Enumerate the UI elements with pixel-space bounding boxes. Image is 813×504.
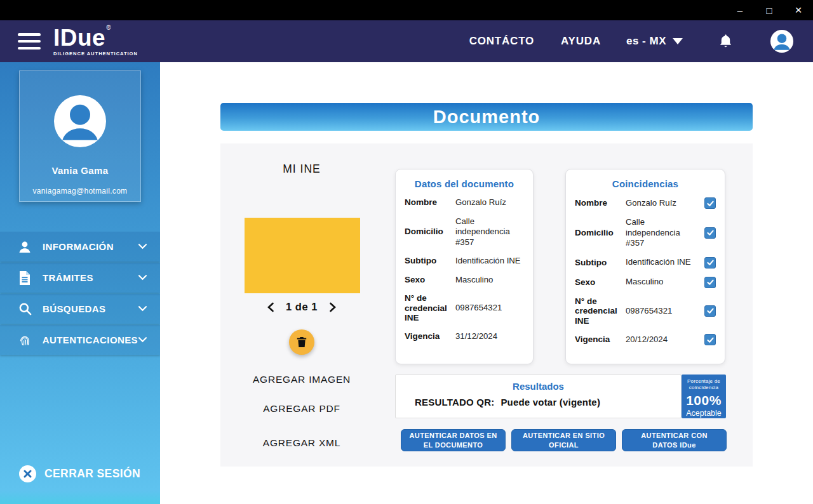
sidebar-item-informacion[interactable]: INFORMACIÓN xyxy=(0,232,160,262)
qr-result: RESULTADO QR: Puede votar (vigente) xyxy=(415,397,681,408)
user-icon xyxy=(15,239,34,255)
chevron-down-icon xyxy=(138,243,147,250)
document-panel: MI INE 1 de 1 AGREGAR IM xyxy=(220,143,753,467)
add-pdf-button[interactable]: AGREGAR PDF xyxy=(229,403,375,414)
add-image-button[interactable]: AGREGAR IMAGEN xyxy=(229,374,375,385)
matches-card: Coincidencias Nombre Gonzalo Ruíz Domici… xyxy=(565,169,725,364)
language-selector[interactable]: es - MX xyxy=(626,35,683,48)
page-indicator: 1 de 1 xyxy=(286,301,318,313)
add-xml-button[interactable]: AGREGAR XML xyxy=(229,437,375,449)
document-image-preview[interactable] xyxy=(245,218,360,293)
field-value: Calle independencia #357 xyxy=(455,216,524,248)
nav-contacto[interactable]: CONTÁCTO xyxy=(469,35,534,48)
card-title: Coincidencias xyxy=(575,178,716,189)
sidebar-item-autenticaciones[interactable]: AUTENTICACIONES xyxy=(0,325,160,355)
field-label: Nombre xyxy=(575,198,621,208)
field-row: Sexo Masculino xyxy=(405,275,524,286)
match-checkbox-checked[interactable] xyxy=(704,277,716,288)
field-value: 0987654321 xyxy=(455,303,524,314)
field-row: Subtipo Identificación INE xyxy=(405,256,524,267)
field-label: Domicilio xyxy=(575,228,621,238)
trash-icon xyxy=(297,336,307,348)
sidebar-item-label: BÚSQUEDAS xyxy=(43,303,105,314)
header-nav: CONTÁCTO AYUDA es - MX xyxy=(443,29,794,53)
avatar xyxy=(54,95,106,150)
field-value: 0987654321 xyxy=(626,306,701,317)
window-titlebar: – □ × xyxy=(0,0,813,20)
badge-status: Aceptable xyxy=(682,409,726,418)
match-percentage-badge: Porcentaje de coincidencia 100% Aceptabl… xyxy=(682,375,726,418)
registered-mark: ® xyxy=(106,25,111,31)
maximize-icon[interactable]: □ xyxy=(755,0,784,20)
field-value: Calle independencia #357 xyxy=(626,217,701,249)
match-checkbox-checked[interactable] xyxy=(704,257,716,269)
brand-name: IDue xyxy=(53,26,105,50)
fingerprint-icon xyxy=(15,333,34,347)
minimize-icon[interactable]: – xyxy=(725,0,755,20)
match-checkbox-checked[interactable] xyxy=(704,305,716,317)
field-row: Subtipo Identificación INE xyxy=(575,257,716,269)
profile-card: Vania Gama vaniagamag@hotmail.com xyxy=(19,70,141,202)
field-label: Vigencia xyxy=(575,335,621,345)
sidebar: Vania Gama vaniagamag@hotmail.com INFORM… xyxy=(0,62,160,504)
logout-button[interactable]: CERRAR SESIÓN xyxy=(19,465,140,482)
field-row: Nombre Gonzalo Ruíz xyxy=(405,197,524,208)
field-label: Subtipo xyxy=(575,258,621,268)
field-label: Sexo xyxy=(575,277,621,288)
match-checkbox-checked[interactable] xyxy=(704,197,716,209)
field-value: Gonzalo Ruíz xyxy=(455,197,524,208)
sidebar-item-label: TRÁMITES xyxy=(43,272,93,283)
field-value: Masculino xyxy=(626,277,701,288)
main-content: Documento MI INE 1 de 1 xyxy=(160,62,813,504)
badge-percent: 100% xyxy=(682,393,726,408)
avatar xyxy=(770,29,794,53)
authenticate-official-site-button[interactable]: AUTENTICAR EN SITIO OFICIAL xyxy=(511,429,616,451)
brand-tagline: DILIGENCE AUTHENTICATION xyxy=(53,51,138,56)
field-label: Vigencia xyxy=(405,331,450,342)
field-value: Identificación INE xyxy=(455,256,524,267)
chevron-down-icon xyxy=(673,38,683,44)
close-circle-icon xyxy=(19,465,36,482)
field-label: Sexo xyxy=(405,275,450,285)
delete-document-button[interactable] xyxy=(289,329,314,355)
language-value: es - MX xyxy=(626,35,666,48)
field-label: Domicilio xyxy=(405,227,450,237)
nav-ayuda[interactable]: AYUDA xyxy=(561,35,601,48)
badge-caption: Porcentaje de coincidencia xyxy=(682,378,726,392)
logout-label: CERRAR SESIÓN xyxy=(44,467,140,481)
profile-avatar-button[interactable] xyxy=(770,29,794,53)
field-label: N° de credencial INE xyxy=(405,293,450,323)
authenticate-document-data-button[interactable]: AUTENTICAR DATOS EN EL DOCUMENTO xyxy=(401,429,506,451)
qr-result-label: RESULTADO QR: xyxy=(415,397,494,408)
sidebar-item-busquedas[interactable]: BÚSQUEDAS xyxy=(0,294,160,324)
field-row: Domicilio Calle independencia #357 xyxy=(405,216,524,248)
document-icon xyxy=(15,270,34,286)
profile-name: Vania Gama xyxy=(20,165,140,176)
notifications-bell-icon[interactable] xyxy=(718,34,733,50)
brand-logo[interactable]: IDue ® DILIGENCE AUTHENTICATION xyxy=(53,26,138,56)
field-value: 20/12/2024 xyxy=(626,335,701,345)
profile-email: vaniagamag@hotmail.com xyxy=(20,187,140,196)
field-row: Domicilio Calle independencia #357 xyxy=(575,217,716,249)
field-value: 31/12/2024 xyxy=(455,331,524,342)
sidebar-item-label: INFORMACIÓN xyxy=(43,241,114,252)
match-checkbox-checked[interactable] xyxy=(704,334,716,345)
card-title: Datos del documento xyxy=(405,178,524,189)
next-page-button[interactable] xyxy=(329,302,337,312)
menu-icon[interactable] xyxy=(18,33,41,50)
document-name-label: MI INE xyxy=(241,162,362,176)
field-row: N° de credencial INE 0987654321 xyxy=(575,296,716,326)
field-row: Vigencia 20/12/2024 xyxy=(575,334,716,345)
close-icon[interactable]: × xyxy=(784,0,813,20)
authenticate-idue-data-button[interactable]: AUTENTICAR CON DATOS IDue xyxy=(622,429,727,451)
match-checkbox-checked[interactable] xyxy=(704,227,716,239)
field-label: Subtipo xyxy=(405,256,450,266)
field-row: Vigencia 31/12/2024 xyxy=(405,331,524,342)
search-icon xyxy=(15,302,34,316)
sidebar-item-tramites[interactable]: TRÁMITES xyxy=(0,263,160,293)
field-row: Nombre Gonzalo Ruíz xyxy=(575,197,716,209)
sidebar-menu: INFORMACIÓN TRÁMITES xyxy=(0,232,160,356)
prev-page-button[interactable] xyxy=(267,302,274,312)
field-label: Nombre xyxy=(405,197,450,208)
document-data-card: Datos del documento Nombre Gonzalo Ruíz … xyxy=(395,169,534,364)
